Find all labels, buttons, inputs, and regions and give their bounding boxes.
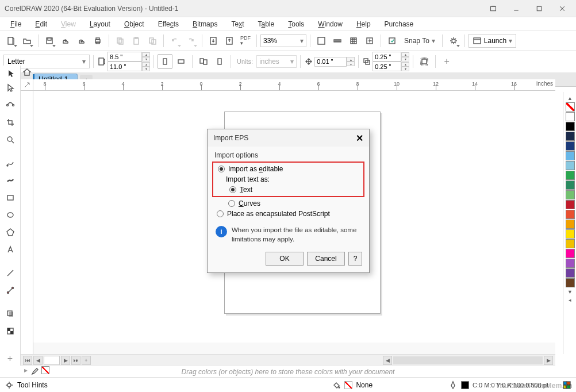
palette-swatch[interactable] — [566, 151, 575, 160]
palette-swatch[interactable] — [566, 220, 575, 229]
nudge-input[interactable] — [314, 57, 347, 67]
cancel-button[interactable]: Cancel — [307, 252, 345, 266]
page-current[interactable] — [44, 356, 60, 365]
menu-purchase[interactable]: Purchase — [378, 18, 421, 30]
palette-swatch[interactable] — [566, 239, 575, 248]
rectangle-tool[interactable] — [2, 190, 18, 205]
palette-swatch[interactable] — [566, 229, 575, 239]
palette-no-color[interactable] — [566, 102, 575, 112]
option-text[interactable]: Text — [216, 185, 361, 195]
palette-scroll-up[interactable]: ▲ — [567, 94, 573, 102]
freehand-tool[interactable] — [2, 156, 18, 170]
palette-swatch[interactable] — [566, 259, 575, 268]
clipboard-button[interactable] — [145, 33, 160, 48]
menu-view[interactable]: View — [54, 18, 83, 30]
shape-tool[interactable] — [2, 98, 18, 112]
dup-x-input[interactable] — [373, 52, 401, 62]
ok-button[interactable]: OK — [266, 252, 304, 266]
snap-toggle-button[interactable] — [385, 33, 400, 48]
palette-swatch[interactable] — [566, 210, 575, 219]
page-prev-button[interactable]: ◀ — [33, 356, 43, 365]
units-combo[interactable]: inches▾ — [256, 55, 297, 68]
menu-text[interactable]: Text — [224, 18, 251, 30]
page-width-input[interactable] — [107, 52, 142, 62]
zoom-input[interactable] — [263, 37, 300, 45]
open-button[interactable] — [20, 33, 34, 48]
menu-file[interactable]: File — [3, 18, 28, 30]
drop-shadow-tool[interactable] — [2, 306, 18, 321]
menu-object[interactable]: Object — [117, 18, 151, 30]
text-tool[interactable] — [2, 242, 18, 256]
add-overflow-button[interactable]: + — [439, 54, 454, 69]
page-height-input[interactable] — [107, 62, 142, 71]
horizontal-ruler[interactable]: inches 86420246810121416 — [33, 79, 555, 91]
fullscreen-button[interactable] — [314, 33, 329, 48]
menu-edit[interactable]: Edit — [28, 18, 54, 30]
maximize-button[interactable] — [528, 1, 551, 17]
dialog-close-button[interactable]: ✕ — [356, 133, 363, 144]
palette-swatch[interactable] — [566, 141, 575, 151]
no-color-swatch[interactable] — [41, 366, 49, 374]
bleed-button[interactable] — [417, 54, 432, 69]
palette-swatch[interactable] — [566, 278, 575, 287]
palette-swatch[interactable] — [566, 190, 575, 199]
palette-swatch[interactable] — [566, 122, 575, 131]
zoom-tool[interactable] — [2, 132, 18, 147]
all-pages-button[interactable] — [196, 54, 211, 69]
import-button[interactable] — [206, 33, 221, 48]
save-button[interactable] — [42, 33, 57, 48]
copy-button[interactable] — [113, 33, 128, 48]
cloud-down-button[interactable] — [74, 33, 89, 48]
menu-table[interactable]: Table — [251, 18, 282, 30]
current-page-button[interactable] — [212, 54, 227, 69]
dialog-titlebar[interactable]: Import EPS ✕ — [208, 129, 369, 147]
hscroll-left[interactable]: ◀ — [383, 356, 392, 365]
page-last-button[interactable]: ⏭ — [71, 356, 80, 365]
palette-swatch[interactable] — [566, 200, 575, 209]
parallel-dim-tool[interactable] — [2, 266, 18, 280]
snap-to-dropdown[interactable]: Snap To ▾ — [401, 37, 439, 45]
palette-flyout[interactable]: ◂ — [569, 296, 571, 304]
minimize-button[interactable] — [505, 1, 528, 17]
document-palette-bar[interactable]: ▸ Drag colors (or objects) here to store… — [21, 366, 555, 377]
palette-swatch[interactable] — [566, 132, 575, 141]
fill-none-swatch[interactable] — [344, 381, 352, 389]
export-button[interactable] — [222, 33, 237, 48]
launch-dropdown[interactable]: Launch ▾ — [469, 34, 516, 48]
palette-swatch[interactable] — [566, 249, 575, 258]
eyedropper-icon[interactable] — [30, 366, 39, 377]
page-next-button[interactable]: ▶ — [61, 356, 70, 365]
transparency-tool[interactable] — [2, 324, 18, 338]
options-button[interactable] — [446, 33, 461, 48]
outline-swatch[interactable] — [461, 381, 469, 389]
menu-effects[interactable]: Effects — [151, 18, 186, 30]
page-add-button[interactable]: + — [82, 356, 91, 365]
option-import-editable[interactable]: Import as editable — [216, 164, 361, 174]
ellipse-tool[interactable] — [2, 207, 18, 222]
hscrollbar[interactable] — [393, 356, 543, 364]
portrait-button[interactable] — [158, 54, 172, 69]
crop-tool[interactable] — [2, 115, 18, 129]
paste-button[interactable] — [129, 33, 144, 48]
palette-swatch[interactable] — [566, 171, 575, 180]
publish-pdf-button[interactable]: PDF▾ — [238, 33, 253, 48]
new-document-button[interactable] — [3, 33, 18, 48]
option-curves[interactable]: Curves — [214, 198, 362, 209]
help-button[interactable]: ? — [348, 252, 362, 266]
guidelines-button[interactable] — [362, 33, 377, 48]
palette-menu-icon[interactable]: ▸ — [24, 366, 28, 377]
vertical-ruler[interactable] — [21, 91, 33, 354]
polygon-tool[interactable] — [2, 225, 18, 239]
menu-layout[interactable]: Layout — [83, 18, 117, 30]
palette-scroll-down[interactable]: ▼ — [567, 288, 573, 296]
rulers-button[interactable] — [330, 33, 345, 48]
redo-button[interactable] — [183, 33, 198, 48]
close-button[interactable] — [551, 1, 574, 17]
palette-swatch[interactable] — [566, 268, 575, 278]
dup-y-input[interactable] — [373, 62, 401, 71]
palette-swatch[interactable] — [566, 180, 575, 190]
ruler-origin[interactable] — [21, 79, 33, 91]
menu-window[interactable]: Window — [311, 18, 350, 30]
palette-swatch[interactable] — [566, 161, 575, 170]
window-unknown-button[interactable] — [482, 1, 505, 17]
